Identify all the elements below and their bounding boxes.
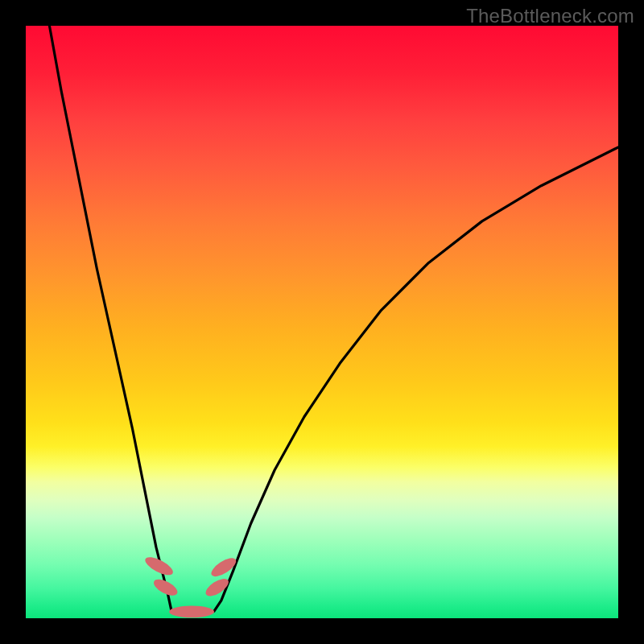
left-bump-2 xyxy=(151,576,180,599)
chart-plot-area xyxy=(26,26,618,618)
watermark-text: TheBottleneck.com xyxy=(466,5,634,27)
chart-svg xyxy=(26,26,618,618)
page-frame: TheBottleneck.com xyxy=(0,0,644,644)
bottleneck-curve xyxy=(49,26,618,615)
marker-layer xyxy=(142,554,238,618)
curve-layer xyxy=(49,26,618,615)
floor-bump xyxy=(169,606,214,618)
